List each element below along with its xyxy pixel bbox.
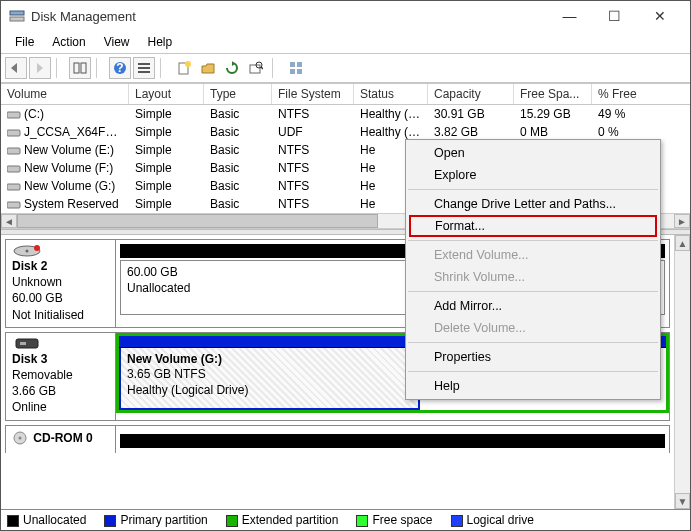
svg-rect-7 — [138, 67, 150, 69]
disk-state: Online — [12, 400, 47, 414]
swatch-logical — [451, 515, 463, 527]
disk-icon — [12, 244, 109, 258]
svg-point-30 — [19, 437, 22, 440]
refresh-button[interactable] — [221, 57, 243, 79]
menu-item-properties[interactable]: Properties — [406, 346, 660, 368]
svg-line-13 — [261, 67, 263, 69]
svg-point-25 — [26, 250, 29, 253]
list-button[interactable] — [133, 57, 155, 79]
window-title: Disk Management — [31, 9, 547, 24]
col-capacity[interactable]: Capacity — [428, 84, 514, 104]
menu-item-explore[interactable]: Explore — [406, 164, 660, 186]
panes-button[interactable] — [69, 57, 91, 79]
svg-text:?: ? — [116, 61, 123, 75]
disk-title: CD-ROM 0 — [33, 431, 92, 445]
col-layout[interactable]: Layout — [129, 84, 204, 104]
swatch-extended — [226, 515, 238, 527]
scan-button[interactable] — [245, 57, 267, 79]
svg-rect-23 — [7, 202, 20, 208]
scroll-down-icon[interactable]: ▼ — [675, 493, 690, 509]
volume-size: 3.65 GB NTFS — [127, 367, 206, 381]
partition-state: Unallocated — [127, 281, 190, 295]
forward-button[interactable] — [29, 57, 51, 79]
legend-label: Logical drive — [467, 513, 534, 527]
col-type[interactable]: Type — [204, 84, 272, 104]
table-row[interactable]: (C:)SimpleBasicNTFSHealthy (B...30.91 GB… — [1, 105, 690, 123]
close-button[interactable]: ✕ — [637, 1, 682, 31]
menu-help[interactable]: Help — [140, 33, 181, 51]
disk-state: Not Initialised — [12, 308, 84, 322]
menu-item-change-drive-letter[interactable]: Change Drive Letter and Paths... — [406, 193, 660, 215]
menu-action[interactable]: Action — [44, 33, 93, 51]
back-button[interactable] — [5, 57, 27, 79]
svg-rect-2 — [74, 63, 79, 73]
menubar: File Action View Help — [1, 31, 690, 53]
partition-info[interactable]: New Volume (G:) 3.65 GB NTFS Healthy (Lo… — [119, 348, 420, 410]
svg-rect-17 — [297, 69, 302, 74]
scroll-right-icon[interactable]: ► — [674, 214, 690, 228]
help-button[interactable]: ? — [109, 57, 131, 79]
disk-type: Removable — [12, 368, 73, 382]
col-filesystem[interactable]: File System — [272, 84, 354, 104]
disk-type: Unknown — [12, 275, 62, 289]
menu-file[interactable]: File — [7, 33, 42, 51]
menu-item-help[interactable]: Help — [406, 375, 660, 397]
legend-label: Primary partition — [120, 513, 207, 527]
menu-item-delete-volume: Delete Volume... — [406, 317, 660, 339]
svg-rect-21 — [7, 166, 20, 172]
disk-icon — [12, 337, 109, 351]
legend-label: Free space — [372, 513, 432, 527]
disk-size: 60.00 GB — [12, 291, 63, 305]
open-button[interactable] — [197, 57, 219, 79]
svg-rect-3 — [81, 63, 86, 73]
svg-point-26 — [34, 245, 40, 251]
toolbar: ? — [1, 54, 690, 82]
svg-point-10 — [185, 61, 191, 67]
disk-title: Disk 2 — [12, 259, 47, 273]
svg-rect-6 — [138, 63, 150, 65]
svg-rect-14 — [290, 62, 295, 67]
svg-rect-8 — [138, 71, 150, 73]
col-pctfree[interactable]: % Free — [592, 84, 652, 104]
legend-label: Extended partition — [242, 513, 339, 527]
col-volume[interactable]: Volume — [1, 84, 129, 104]
new-button[interactable] — [173, 57, 195, 79]
volume-name: New Volume (G:) — [127, 352, 222, 366]
svg-rect-11 — [250, 65, 260, 73]
menu-item-format[interactable]: Format... — [409, 215, 657, 237]
col-free[interactable]: Free Spa... — [514, 84, 592, 104]
maximize-button[interactable]: ☐ — [592, 1, 637, 31]
svg-rect-28 — [20, 342, 26, 345]
menu-item-open[interactable]: Open — [406, 142, 660, 164]
minimize-button[interactable]: — — [547, 1, 592, 31]
swatch-primary — [104, 515, 116, 527]
svg-rect-20 — [7, 148, 20, 154]
svg-rect-27 — [16, 339, 38, 348]
disk-row: CD-ROM 0 — [5, 425, 670, 453]
swatch-free — [356, 515, 368, 527]
menu-view[interactable]: View — [96, 33, 138, 51]
disk-title: Disk 3 — [12, 352, 47, 366]
scrollbar-vertical[interactable]: ▲ ▼ — [674, 235, 690, 509]
legend-label: Unallocated — [23, 513, 86, 527]
disk-size: 3.66 GB — [12, 384, 56, 398]
menu-item-extend-volume: Extend Volume... — [406, 244, 660, 266]
svg-rect-15 — [297, 62, 302, 67]
scroll-up-icon[interactable]: ▲ — [675, 235, 690, 251]
swatch-unallocated — [7, 515, 19, 527]
svg-rect-18 — [7, 112, 20, 118]
col-status[interactable]: Status — [354, 84, 428, 104]
legend: Unallocated Primary partition Extended p… — [1, 509, 690, 530]
svg-rect-19 — [7, 130, 20, 136]
svg-rect-16 — [290, 69, 295, 74]
svg-rect-0 — [10, 11, 24, 15]
svg-rect-22 — [7, 184, 20, 190]
scroll-left-icon[interactable]: ◄ — [1, 214, 17, 228]
menu-item-shrink-volume: Shrink Volume... — [406, 266, 660, 288]
app-icon — [9, 8, 25, 24]
menu-item-add-mirror[interactable]: Add Mirror... — [406, 295, 660, 317]
titlebar: Disk Management — ☐ ✕ — [1, 1, 690, 31]
table-header: Volume Layout Type File System Status Ca… — [1, 83, 690, 105]
window: Disk Management — ☐ ✕ File Action View H… — [0, 0, 691, 531]
grid-button[interactable] — [285, 57, 307, 79]
